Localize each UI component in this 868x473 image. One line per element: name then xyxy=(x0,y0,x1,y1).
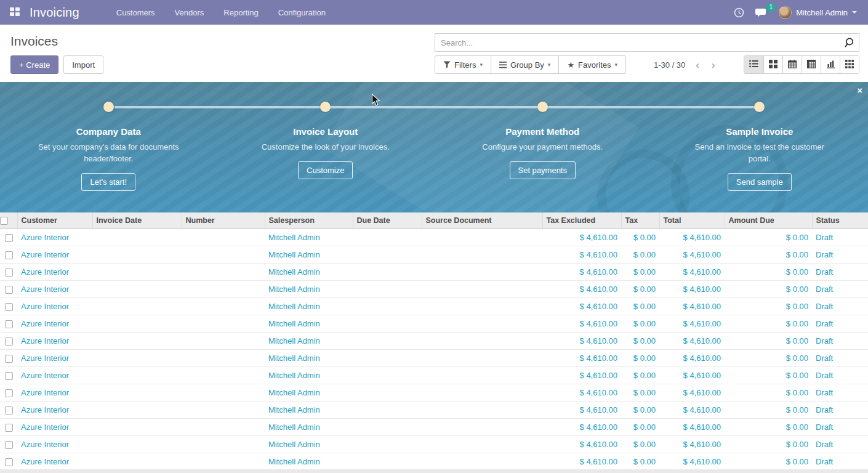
cell-tax-excluded[interactable]: $ 4,610.00 xyxy=(542,280,621,297)
cell-tax-excluded[interactable]: $ 4,610.00 xyxy=(542,246,621,263)
cell-amount-due[interactable]: $ 0.00 xyxy=(725,418,812,435)
app-title[interactable]: Invoicing xyxy=(30,6,79,20)
cell-customer[interactable]: Azure Interior xyxy=(17,384,92,401)
cell-tax-excluded[interactable]: $ 4,610.00 xyxy=(542,263,621,280)
cell-amount-due[interactable]: $ 0.00 xyxy=(725,349,812,366)
cell-customer[interactable]: Azure Interior xyxy=(17,263,92,280)
cell-salesperson[interactable]: Mitchell Admin xyxy=(265,435,353,453)
column-header-salesperson[interactable]: Salesperson xyxy=(265,212,353,228)
cell-due-date[interactable] xyxy=(353,263,422,280)
cell-due-date[interactable] xyxy=(353,315,422,332)
cell-invoice-date[interactable] xyxy=(92,349,182,366)
cell-due-date[interactable] xyxy=(353,349,422,366)
row-checkbox[interactable] xyxy=(5,234,13,242)
cell-tax[interactable]: $ 0.00 xyxy=(621,297,659,315)
bottom-scroll-strip[interactable] xyxy=(0,469,868,473)
cell-tax[interactable]: $ 0.00 xyxy=(621,263,659,280)
column-header-total[interactable]: Total xyxy=(659,212,725,228)
cell-due-date[interactable] xyxy=(353,401,422,418)
cell-source-document[interactable] xyxy=(422,401,542,418)
search-icon[interactable] xyxy=(845,37,856,48)
activities-clock-icon[interactable] xyxy=(734,7,744,18)
cell-total[interactable]: $ 4,610.00 xyxy=(659,418,725,435)
row-checkbox[interactable] xyxy=(5,286,13,294)
cell-tax-excluded[interactable]: $ 4,610.00 xyxy=(542,228,621,246)
cell-due-date[interactable] xyxy=(353,384,422,401)
table-row[interactable]: Azure InteriorMitchell Admin$ 4,610.00$ … xyxy=(0,263,868,280)
cell-total[interactable]: $ 4,610.00 xyxy=(659,384,725,401)
cell-amount-due[interactable]: $ 0.00 xyxy=(725,366,812,384)
cell-tax[interactable]: $ 0.00 xyxy=(621,246,659,263)
cell-salesperson[interactable]: Mitchell Admin xyxy=(265,280,353,297)
cell-tax[interactable]: $ 0.00 xyxy=(621,401,659,418)
cell-total[interactable]: $ 4,610.00 xyxy=(659,246,725,263)
cell-invoice-date[interactable] xyxy=(92,418,182,435)
cell-salesperson[interactable]: Mitchell Admin xyxy=(265,349,353,366)
create-button[interactable]: + Create xyxy=(10,55,58,74)
cell-tax-excluded[interactable]: $ 4,610.00 xyxy=(542,349,621,366)
column-header-invoice-date[interactable]: Invoice Date xyxy=(92,212,182,228)
cell-total[interactable]: $ 4,610.00 xyxy=(659,263,725,280)
cell-tax-excluded[interactable]: $ 4,610.00 xyxy=(542,401,621,418)
cell-source-document[interactable] xyxy=(422,349,542,366)
cell-number[interactable] xyxy=(182,228,265,246)
cell-tax[interactable]: $ 0.00 xyxy=(621,315,659,332)
cell-invoice-date[interactable] xyxy=(92,280,182,297)
cell-total[interactable]: $ 4,610.00 xyxy=(659,366,725,384)
cell-salesperson[interactable]: Mitchell Admin xyxy=(265,453,353,470)
cell-status[interactable]: Draft xyxy=(812,297,868,315)
table-row[interactable]: Azure InteriorMitchell Admin$ 4,610.00$ … xyxy=(0,228,868,246)
cell-due-date[interactable] xyxy=(353,228,422,246)
cell-amount-due[interactable]: $ 0.00 xyxy=(725,384,812,401)
cell-amount-due[interactable]: $ 0.00 xyxy=(725,280,812,297)
import-button[interactable]: Import xyxy=(63,55,103,74)
cell-status[interactable]: Draft xyxy=(812,435,868,453)
column-header-number[interactable]: Number xyxy=(182,212,265,228)
cell-source-document[interactable] xyxy=(422,228,542,246)
cell-amount-due[interactable]: $ 0.00 xyxy=(725,435,812,453)
cell-number[interactable] xyxy=(182,246,265,263)
cell-amount-due[interactable]: $ 0.00 xyxy=(725,315,812,332)
cell-tax[interactable]: $ 0.00 xyxy=(621,228,659,246)
table-row[interactable]: Azure InteriorMitchell Admin$ 4,610.00$ … xyxy=(0,453,868,470)
cell-total[interactable]: $ 4,610.00 xyxy=(659,315,725,332)
cell-status[interactable]: Draft xyxy=(812,228,868,246)
cell-tax[interactable]: $ 0.00 xyxy=(621,280,659,297)
cell-customer[interactable]: Azure Interior xyxy=(17,349,92,366)
row-checkbox[interactable] xyxy=(5,320,13,328)
cell-amount-due[interactable]: $ 0.00 xyxy=(725,401,812,418)
table-row[interactable]: Azure InteriorMitchell Admin$ 4,610.00$ … xyxy=(0,418,868,435)
cell-customer[interactable]: Azure Interior xyxy=(17,418,92,435)
column-header-status[interactable]: Status xyxy=(812,212,868,228)
select-all-checkbox[interactable] xyxy=(0,217,8,225)
cell-amount-due[interactable]: $ 0.00 xyxy=(725,332,812,349)
cell-number[interactable] xyxy=(182,401,265,418)
cell-customer[interactable]: Azure Interior xyxy=(17,332,92,349)
cell-total[interactable]: $ 4,610.00 xyxy=(659,280,725,297)
cell-customer[interactable]: Azure Interior xyxy=(17,297,92,315)
cell-tax[interactable]: $ 0.00 xyxy=(621,384,659,401)
cell-amount-due[interactable]: $ 0.00 xyxy=(725,453,812,470)
messages-icon[interactable]: 1 xyxy=(755,7,768,18)
cell-tax[interactable]: $ 0.00 xyxy=(621,349,659,366)
row-checkbox[interactable] xyxy=(5,458,13,466)
cell-due-date[interactable] xyxy=(353,332,422,349)
cell-number[interactable] xyxy=(182,384,265,401)
cell-customer[interactable]: Azure Interior xyxy=(17,366,92,384)
cell-total[interactable]: $ 4,610.00 xyxy=(659,401,725,418)
column-header-source-document[interactable]: Source Document xyxy=(422,212,542,228)
cell-tax-excluded[interactable]: $ 4,610.00 xyxy=(542,315,621,332)
cell-status[interactable]: Draft xyxy=(812,401,868,418)
cell-total[interactable]: $ 4,610.00 xyxy=(659,349,725,366)
cell-invoice-date[interactable] xyxy=(92,315,182,332)
cell-customer[interactable]: Azure Interior xyxy=(17,435,92,453)
set-payments-button[interactable]: Set payments xyxy=(510,161,576,179)
cell-amount-due[interactable]: $ 0.00 xyxy=(725,297,812,315)
cell-customer[interactable]: Azure Interior xyxy=(17,315,92,332)
cell-due-date[interactable] xyxy=(353,418,422,435)
cell-number[interactable] xyxy=(182,332,265,349)
cell-tax-excluded[interactable]: $ 4,610.00 xyxy=(542,297,621,315)
row-checkbox[interactable] xyxy=(5,372,13,380)
filters-button[interactable]: Filters▾ xyxy=(435,55,491,74)
table-row[interactable]: Azure InteriorMitchell Admin$ 4,610.00$ … xyxy=(0,246,868,263)
